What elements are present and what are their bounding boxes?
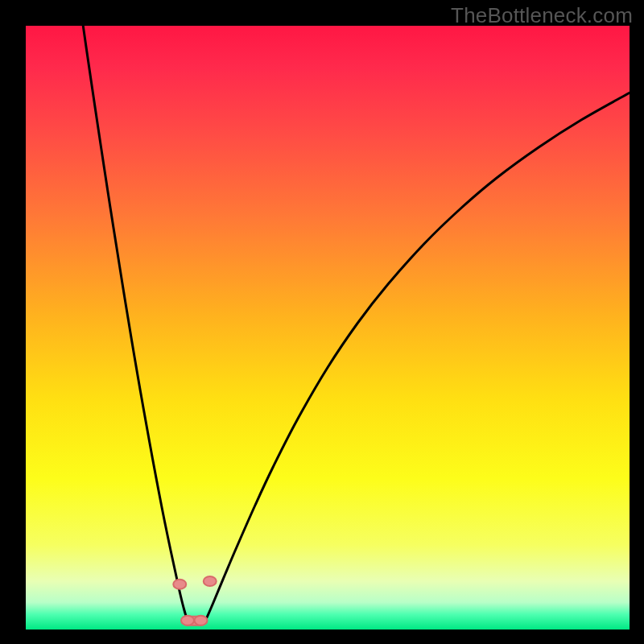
plot-area [26,26,630,630]
marker-d [195,616,208,625]
marker-a [173,580,186,589]
chart-frame: TheBottleneck.com [0,0,644,644]
chart-svg [26,26,630,630]
marker-c [181,616,194,625]
gradient-background [26,26,630,630]
watermark-text: TheBottleneck.com [451,3,633,28]
marker-b [204,576,217,586]
